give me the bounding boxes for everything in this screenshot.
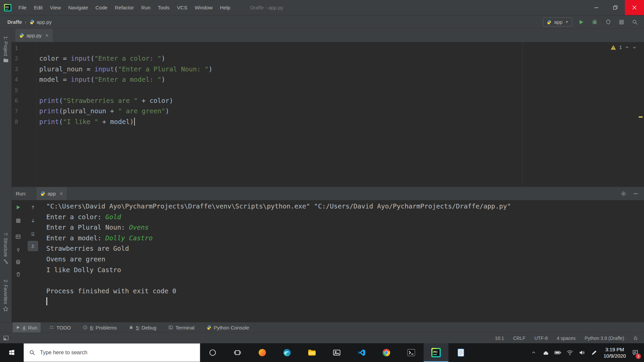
navigation-bar: Draffe › app.py app ▼ <box>0 15 644 29</box>
line-separator[interactable]: CRLF <box>513 336 526 341</box>
command-prompt-icon[interactable] <box>399 343 424 362</box>
chrome-icon[interactable] <box>374 343 399 362</box>
gear-icon[interactable] <box>621 191 627 197</box>
structure-icon <box>3 259 8 264</box>
run-tool-icon <box>16 325 20 329</box>
rerun-button[interactable] <box>13 202 23 212</box>
soft-wrap-button[interactable] <box>28 229 38 239</box>
windows-ink-pen-icon[interactable] <box>588 343 600 362</box>
tool-button-project[interactable]: 1: Project <box>0 36 11 63</box>
menu-item-navigate[interactable]: Navigate <box>64 0 92 15</box>
pycharm-taskbar-icon[interactable]: PC <box>424 343 448 362</box>
folder-icon <box>3 58 8 63</box>
python-interpreter[interactable]: Python 3.9 (Draffe) <box>585 336 624 341</box>
next-error-icon[interactable] <box>632 45 637 50</box>
tool-window-switcher-icon[interactable] <box>0 336 9 341</box>
cortana-button[interactable] <box>200 343 225 362</box>
photos-icon[interactable] <box>324 343 349 362</box>
pin-button[interactable] <box>13 245 23 255</box>
hide-panel-icon[interactable] <box>633 191 638 196</box>
status-widgets: 10:1 CRLF UTF-8 4 spaces Python 3.9 (Dra… <box>495 336 644 341</box>
tab-close-icon[interactable]: ✕ <box>45 33 49 38</box>
menu-item-window[interactable]: Window <box>191 0 216 15</box>
scroll-to-end-button[interactable] <box>28 241 38 251</box>
taskbar-search[interactable] <box>23 343 200 362</box>
navigate-down-button[interactable] <box>28 216 38 226</box>
file-explorer-icon[interactable] <box>300 343 324 362</box>
coverage-button[interactable] <box>604 18 612 26</box>
console-line <box>46 275 641 286</box>
volume-icon[interactable] <box>576 343 588 362</box>
lock-icon[interactable] <box>633 336 638 341</box>
notepad-icon[interactable] <box>448 343 473 362</box>
network-wifi-icon[interactable] <box>564 343 576 362</box>
error-stripe-warning-mark[interactable] <box>639 116 643 118</box>
console-line: "C:\Users\David Ayo\PycharmProjects\Draf… <box>46 201 641 212</box>
print-button[interactable] <box>13 257 23 267</box>
restore-button[interactable] <box>606 0 625 15</box>
action-center-button[interactable]: 3 <box>629 343 641 362</box>
inspections-widget[interactable]: 1 <box>610 45 637 50</box>
search-everywhere-icon[interactable] <box>631 18 639 26</box>
tool-window-button-python-console[interactable]: Python Console <box>203 322 253 333</box>
menu-item-code[interactable]: Code <box>92 0 111 15</box>
menu-item-refactor[interactable]: Refactor <box>111 0 138 15</box>
tool-window-button-todo[interactable]: TODO <box>46 322 74 333</box>
code-line: print("Strawberries are " + color) <box>39 96 644 106</box>
restore-layout-button[interactable] <box>13 232 23 242</box>
vscode-icon[interactable] <box>349 343 374 362</box>
code-line <box>39 85 644 96</box>
file-encoding[interactable]: UTF-8 <box>534 336 548 341</box>
clear-console-button[interactable] <box>13 269 23 279</box>
run-configuration-select[interactable]: app ▼ <box>543 17 572 26</box>
minimize-button[interactable] <box>587 0 606 15</box>
console-line: Strawberries are Gold <box>46 243 641 254</box>
breadcrumb-project[interactable]: Draffe <box>7 19 22 25</box>
run-console[interactable]: "C:\Users\David Ayo\PycharmProjects\Draf… <box>12 200 644 322</box>
tool-window-button-terminal[interactable]: Terminal <box>165 322 198 333</box>
chevron-right-icon: › <box>25 19 26 25</box>
close-button[interactable] <box>625 0 644 15</box>
battery-icon[interactable] <box>552 343 564 362</box>
menu-item-file[interactable]: File <box>15 0 30 15</box>
search-input[interactable] <box>39 349 181 356</box>
onedrive-cloud-icon[interactable] <box>540 343 552 362</box>
run-tab-app[interactable]: app ✕ <box>36 187 68 200</box>
menu-item-tools[interactable]: Tools <box>154 0 173 15</box>
debug-button[interactable] <box>590 18 599 26</box>
run-button[interactable] <box>577 18 586 26</box>
editor-code[interactable]: color = input("Enter a color: ")plural_n… <box>37 42 644 187</box>
firefox-icon[interactable] <box>250 343 275 362</box>
console-line: Ovens are green <box>46 254 641 265</box>
start-button[interactable] <box>0 343 23 362</box>
svg-text:PC: PC <box>433 350 438 354</box>
menu-item-run[interactable]: Run <box>138 0 154 15</box>
prev-error-icon[interactable] <box>625 45 629 50</box>
task-view-button[interactable] <box>225 343 250 362</box>
navigate-up-button[interactable] <box>28 202 38 212</box>
stop-console-button[interactable] <box>13 216 23 226</box>
stop-button[interactable] <box>617 18 626 26</box>
code-editor[interactable]: 12345678 color = input("Enter a color: "… <box>12 42 644 187</box>
tool-window-button-problems[interactable]: 6: Problems <box>79 322 120 333</box>
tool-window-button-run[interactable]: 4: Run <box>13 322 41 333</box>
tool-button-favorites[interactable]: 2: Favorites <box>0 280 11 311</box>
breadcrumb-file[interactable]: app.py <box>30 19 52 25</box>
menu-item-edit[interactable]: Edit <box>30 0 46 15</box>
system-tray: 3:19 PM 10/9/2020 3 <box>528 343 644 362</box>
menu-item-view[interactable]: View <box>46 0 64 15</box>
left-tool-stripe: 1: Project 7: Structure 2: Favorites <box>0 29 12 322</box>
edge-icon[interactable] <box>275 343 300 362</box>
python-console-icon <box>207 325 211 330</box>
tool-window-button-debug[interactable]: 5: Debug <box>125 322 160 333</box>
tab-app-py[interactable]: app.py ✕ <box>15 29 53 42</box>
tray-chevron-up-icon[interactable] <box>528 343 540 362</box>
run-tab-close-icon[interactable]: ✕ <box>59 191 63 196</box>
taskbar-clock[interactable]: 3:19 PM 10/9/2020 <box>600 346 629 359</box>
indent-style[interactable]: 4 spaces <box>557 336 576 341</box>
menu-item-vcs[interactable]: VCS <box>173 0 191 15</box>
menu-item-help[interactable]: Help <box>216 0 234 15</box>
console-output[interactable]: "C:\Users\David Ayo\PycharmProjects\Draf… <box>46 201 641 307</box>
caret-position[interactable]: 10:1 <box>495 336 504 341</box>
tool-button-structure[interactable]: 7: Structure <box>0 233 11 264</box>
